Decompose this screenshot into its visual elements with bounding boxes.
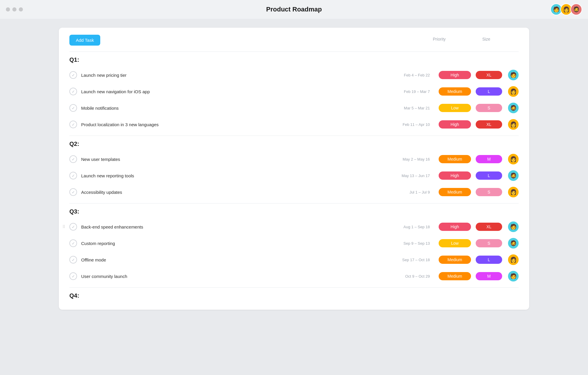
minimize-dot — [12, 7, 16, 11]
task-name: New user templates — [81, 157, 389, 162]
maximize-dot — [19, 7, 23, 11]
column-headers: Priority Size — [425, 37, 519, 41]
section-title-1: Q2: — [69, 141, 519, 147]
size-badge[interactable]: XL — [476, 120, 502, 129]
check-icon[interactable]: ✓ — [69, 272, 77, 280]
check-icon[interactable]: ✓ — [69, 121, 77, 128]
task-name: Accessibility updates — [81, 190, 389, 195]
task-name: Offline mode — [81, 257, 389, 262]
task-name: Launch new reporting tools — [81, 173, 389, 178]
task-avatar: 🧔 — [508, 238, 519, 249]
task-avatar: 👩 — [508, 154, 519, 164]
task-avatar: 🧑 — [508, 221, 519, 232]
size-badge[interactable]: L — [476, 256, 502, 264]
toolbar: Add Task Priority Size — [69, 35, 519, 46]
check-icon[interactable]: ✓ — [69, 172, 77, 179]
task-name: Mobile notifications — [81, 106, 389, 111]
task-date: Feb 4 – Feb 22 — [389, 73, 430, 77]
task-date: Sep 17 – Oct 18 — [389, 258, 430, 262]
task-row: ✓Launch new pricing tierFeb 4 – Feb 22Hi… — [69, 67, 519, 83]
add-task-button[interactable]: Add Task — [69, 35, 100, 46]
task-date: May 2 – May 16 — [389, 157, 430, 161]
section-title-3: Q4: — [69, 292, 519, 299]
size-badge[interactable]: M — [476, 155, 502, 163]
priority-header: Priority — [425, 37, 454, 41]
size-badge[interactable]: L — [476, 87, 502, 96]
priority-badge[interactable]: High — [439, 71, 471, 79]
size-badge[interactable]: S — [476, 104, 502, 112]
priority-badge[interactable]: High — [439, 120, 471, 129]
priority-badge[interactable]: Medium — [439, 256, 471, 264]
close-dot — [6, 7, 10, 11]
task-date: Sep 9 – Sep 13 — [389, 241, 430, 246]
size-header: Size — [472, 37, 501, 41]
content-area: Add Task Priority Size Q1:✓Launch new pr… — [0, 19, 588, 319]
check-icon[interactable]: ✓ — [69, 71, 77, 79]
size-badge[interactable]: XL — [476, 223, 502, 231]
task-date: Jul 1 – Jul 9 — [389, 190, 430, 194]
task-date: Feb 19 – Mar 7 — [389, 89, 430, 94]
task-avatar: 👩 — [508, 86, 519, 97]
drag-handle-icon[interactable]: ⠿ — [62, 224, 65, 229]
task-name: Product localization in 3 new languages — [81, 122, 389, 127]
section-divider-2 — [69, 203, 519, 204]
priority-badge[interactable]: Medium — [439, 188, 471, 196]
priority-badge[interactable]: Medium — [439, 272, 471, 280]
check-icon[interactable]: ✓ — [69, 256, 77, 264]
page-title: Product Roadmap — [266, 6, 322, 13]
task-row: ✓Offline modeSep 17 – Oct 18MediumL👩 — [69, 251, 519, 268]
task-name: Launch new navigation for iOS app — [81, 89, 389, 94]
task-row: ✓Launch new reporting toolsMay 13 – Jun … — [69, 167, 519, 184]
size-badge[interactable]: L — [476, 171, 502, 180]
page-title-container: Product Roadmap — [266, 6, 322, 13]
size-badge[interactable]: M — [476, 272, 502, 280]
task-avatar: 🧑 — [508, 271, 519, 281]
section-divider-3 — [69, 287, 519, 288]
task-avatar: 🧑 — [508, 70, 519, 80]
task-name: Back-end speed enhancements — [81, 224, 389, 229]
task-avatar: 🧔 — [508, 103, 519, 113]
check-icon[interactable]: ✓ — [69, 223, 77, 231]
main-card: Add Task Priority Size Q1:✓Launch new pr… — [59, 28, 529, 310]
size-badge[interactable]: S — [476, 188, 502, 196]
priority-badge[interactable]: Medium — [439, 87, 471, 96]
task-row: ✓Launch new navigation for iOS appFeb 19… — [69, 83, 519, 100]
task-row: ✓New user templatesMay 2 – May 16MediumM… — [69, 151, 519, 167]
priority-badge[interactable]: Low — [439, 104, 471, 112]
task-date: Mar 5 – Mar 21 — [389, 106, 430, 110]
section-divider-0 — [69, 51, 519, 52]
task-avatar: 👩 — [508, 254, 519, 265]
task-date: Feb 11 – Apr 10 — [389, 122, 430, 127]
task-date: Aug 1 – Sep 18 — [389, 225, 430, 229]
section-divider-1 — [69, 136, 519, 136]
size-badge[interactable]: XL — [476, 71, 502, 79]
task-date: Oct 9 – Oct 29 — [389, 274, 430, 279]
task-row: ⠿✓Back-end speed enhancementsAug 1 – Sep… — [69, 219, 519, 235]
check-icon[interactable]: ✓ — [69, 188, 77, 196]
check-icon[interactable]: ✓ — [69, 104, 77, 112]
task-row: ✓Mobile notificationsMar 5 – Mar 21LowS🧔 — [69, 100, 519, 116]
priority-badge[interactable]: Medium — [439, 155, 471, 163]
task-name: User community launch — [81, 274, 389, 279]
task-avatar: 👩 — [508, 187, 519, 197]
task-row: ✓Custom reportingSep 9 – Sep 13LowS🧔 — [69, 235, 519, 251]
check-icon[interactable]: ✓ — [69, 88, 77, 95]
header-avatar-2: 🧔 — [570, 4, 582, 15]
sections-container: Q1:✓Launch new pricing tierFeb 4 – Feb 2… — [69, 51, 519, 299]
section-title-2: Q3: — [69, 208, 519, 215]
check-icon[interactable]: ✓ — [69, 239, 77, 247]
user-avatars: 🧑👩🧔 — [550, 4, 582, 15]
size-badge[interactable]: S — [476, 239, 502, 247]
task-avatar: 👩 — [508, 119, 519, 130]
check-icon[interactable]: ✓ — [69, 155, 77, 163]
task-row: ✓Accessibility updatesJul 1 – Jul 9Mediu… — [69, 184, 519, 200]
task-row: ✓Product localization in 3 new languages… — [69, 116, 519, 133]
task-name: Custom reporting — [81, 241, 389, 246]
priority-badge[interactable]: High — [439, 171, 471, 180]
title-bar: Product Roadmap 🧑👩🧔 — [0, 0, 588, 19]
window-controls — [6, 7, 23, 11]
priority-badge[interactable]: High — [439, 223, 471, 231]
priority-badge[interactable]: Low — [439, 239, 471, 247]
section-title-0: Q1: — [69, 56, 519, 63]
task-row: ✓User community launchOct 9 – Oct 29Medi… — [69, 268, 519, 284]
